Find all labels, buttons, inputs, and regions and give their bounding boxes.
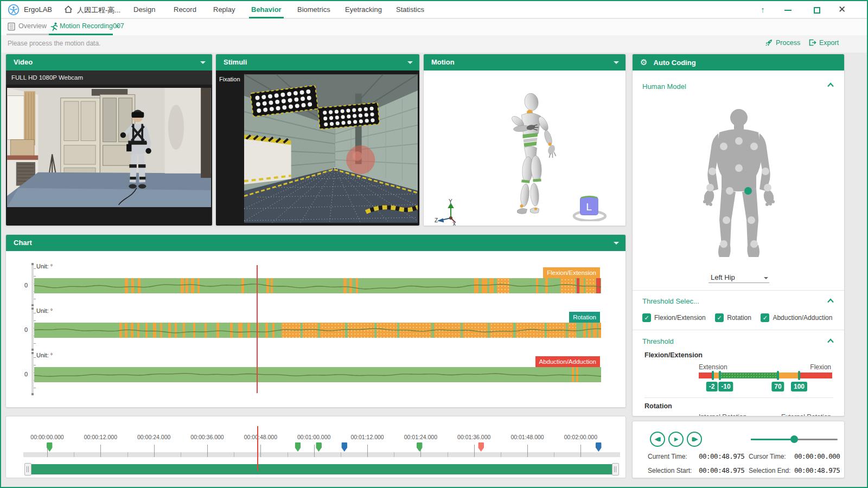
menu-statistics[interactable]: Statistics [390,1,431,18]
joint-left-shoulder[interactable] [750,143,758,150]
range-left-grip[interactable] [24,463,31,476]
event-marker-pin-blue[interactable] [341,442,347,452]
y-axis-scrollbar[interactable] [31,263,34,306]
threshold-handle[interactable] [798,371,800,380]
tab-overview[interactable]: Overview [7,19,49,35]
menu-replay[interactable]: Replay [207,1,241,18]
menu-biometrics[interactable]: Biometrics [291,1,337,18]
timeline-panel: 00:00:00.00000:00:12.00000:00:24.00000:0… [5,416,626,478]
chart-panel: Chart Unit: ° 0 Flexion/Extension Unit: … [5,234,626,408]
project-name[interactable]: 人因工程-高... [77,5,124,15]
y-axis-scrollbar[interactable] [31,307,34,351]
tab-close-icon[interactable]: × [116,23,119,30]
abduction-adduction-track: Unit: ° 0 Abduction/Adduction [6,352,626,395]
checkbox-flexion-extension[interactable]: ✓Flexion/Extension [642,313,706,322]
joint-left-knee[interactable] [748,216,755,224]
coded-band[interactable] [34,367,601,382]
slider-knob[interactable] [790,435,798,443]
checkbox-rotation[interactable]: ✓Rotation [715,313,751,322]
joint-right-wrist[interactable] [706,184,714,191]
timeline-range-scrollbar[interactable] [25,464,618,474]
timeline-tick-label: 00:01:48.000 [510,434,544,440]
menu-design[interactable]: Design [127,1,162,18]
menu-behavior[interactable]: Behavior [245,1,288,18]
chevron-down-icon[interactable] [407,61,413,64]
sub-divider [644,397,833,398]
selection-start-label: Selection Start: [648,467,692,474]
chevron-down-icon[interactable] [614,61,619,64]
joint-right-hip[interactable] [726,187,733,195]
event-marker-pin-green[interactable] [295,442,301,452]
major-tick [207,445,208,457]
threshold-handle[interactable] [777,371,779,380]
coded-band[interactable] [34,278,601,293]
timeline-tick-label: 00:00:36.000 [190,434,224,440]
playhead-cursor-line[interactable] [257,426,258,471]
major-tick [314,445,315,457]
unit-label: Unit: ° [36,263,53,269]
process-button[interactable]: Process [765,38,800,49]
checkbox-abduction-adduction[interactable]: ✓Abduction/Adduction [761,313,832,322]
series-badge: Flexion/Extension [543,267,600,278]
export-button[interactable]: Export [808,38,839,49]
event-marker-pin-green[interactable] [316,442,322,452]
threshold-handle[interactable] [712,371,714,380]
event-marker-pin-blue[interactable] [596,442,602,452]
y-zero-label: 0 [24,282,28,288]
range-right-grip[interactable] [612,463,619,476]
menu-eyetracking[interactable]: Eyetracking [339,1,388,18]
collapse-chevron-icon[interactable] [827,298,834,303]
upload-window-button[interactable]: ↑ [752,1,774,18]
joint-right-shoulder[interactable] [720,143,727,150]
joint-trunk[interactable] [735,164,743,172]
flexion-extension-threshold-slider[interactable] [699,373,832,378]
checkbox-label: Rotation [727,314,751,322]
joint-right-elbow[interactable] [709,168,716,175]
minimize-button[interactable] [777,1,799,18]
joint-left-elbow[interactable] [762,168,769,175]
orientation-cube[interactable]: L [564,194,612,221]
major-tick [260,445,261,457]
collapse-chevron-icon[interactable] [827,338,834,343]
joint-right-ankle[interactable] [720,240,727,248]
maximize-button[interactable] [806,1,828,18]
sub-header: Please process the motion data. Process … [1,35,867,53]
menu-record[interactable]: Record [167,1,203,18]
human-model-figure[interactable] [695,105,782,266]
axis-z-label: Z [435,217,438,223]
joint-left-hip-selected[interactable] [744,187,752,195]
threshold-value-badge: -10 [718,382,733,391]
chevron-down-icon[interactable] [200,61,206,64]
section-divider [633,290,845,291]
joint-left-wrist[interactable] [764,184,771,191]
timeline-ruler[interactable]: 00:00:00.00000:00:12.00000:00:24.00000:0… [23,416,620,478]
chevron-down-icon[interactable] [614,242,619,245]
threshold-handle[interactable] [719,371,721,380]
vr-scene [244,74,418,223]
speed-slider[interactable] [751,439,838,440]
stimuli-panel: Stimuli Fixation [215,54,420,226]
close-button[interactable]: ✕ [831,1,853,18]
event-marker-pin-red[interactable] [478,442,484,452]
cursor-time-label: Cursor Time: [749,453,786,460]
joint-left-ankle[interactable] [750,240,758,248]
step-backward-button[interactable]: ◀▮ [650,432,665,447]
selection-start-value: 00:00:48.975 [699,466,744,474]
joint-right-knee[interactable] [723,216,730,224]
joint-neck[interactable] [735,137,743,145]
ruler-track[interactable] [23,452,620,457]
joint-select-dropdown[interactable]: Left Hip [709,272,769,283]
step-forward-button[interactable]: ▮▶ [687,432,702,447]
ergolab-logo-icon [8,4,20,16]
collapse-chevron-icon[interactable] [827,82,834,87]
event-marker-pin-green[interactable] [417,442,423,452]
home-icon[interactable] [64,5,73,14]
timeline-tick-label: 00:01:12.000 [350,434,384,440]
tab-motion-recording[interactable]: Motion Recording007 × [49,19,113,35]
play-button[interactable]: ▶ [668,432,684,447]
motion-3d-viewport[interactable]: Y Z X L [424,70,626,226]
coded-band[interactable] [34,323,601,338]
stimuli-viewport: Fixation [216,70,419,226]
y-axis-scrollbar[interactable] [31,352,34,395]
playhead-cursor-line[interactable] [257,265,258,393]
